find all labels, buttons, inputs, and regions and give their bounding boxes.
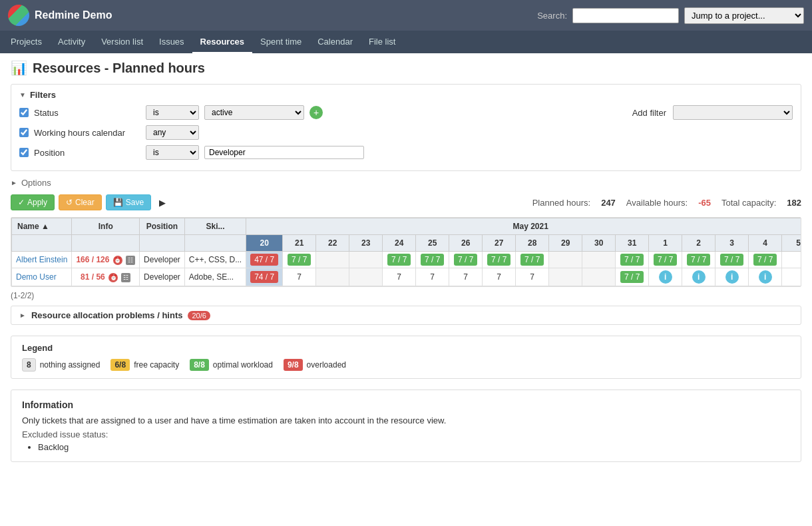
filter-status-operator[interactable]: is (146, 105, 199, 120)
th-day-31: 31 (616, 235, 649, 252)
legend-item-plain: 8 nothing assigned (22, 358, 100, 372)
stats-bar: Planned hours: 247 Available hours: -65 … (532, 198, 801, 208)
cell-28-demo: 7 (516, 268, 549, 286)
th-day-20: 20 (246, 235, 283, 252)
val-3-demo: i (725, 270, 739, 284)
clock-icon-demo[interactable]: ⏰ (108, 273, 118, 282)
table-row: Albert Einstein 166 / 126 ⏰ ☷ Developer … (12, 252, 802, 268)
info-text: Only tickets that are assigned to a user… (22, 415, 790, 425)
apply-icon: ✓ (18, 198, 25, 207)
cell-24-einstein: 7 / 7 (383, 252, 416, 268)
cell-3-einstein: 7 / 7 (715, 252, 749, 268)
filter-position-checkbox[interactable] (19, 148, 29, 157)
cell-21-demo: 7 (283, 268, 316, 286)
legend-badge-yellow: 6/8 (110, 359, 130, 371)
cell-pos-einstein: Developer (140, 252, 185, 268)
page-title: Resources - Planned hours (33, 61, 205, 76)
filters-toggle[interactable]: ▼ Filters (19, 90, 793, 100)
th-day-27: 27 (483, 235, 516, 252)
filter-status-value[interactable]: active (204, 105, 304, 120)
val-31-demo: 7 / 7 (620, 271, 644, 283)
legend-title: Legend (22, 343, 790, 353)
logo: Redmine Demo (8, 5, 112, 26)
available-label: Available hours: (626, 198, 688, 208)
nav-version-list[interactable]: Version list (93, 31, 151, 53)
filter-position-operator[interactable]: is (146, 145, 199, 160)
nav-spent-time[interactable]: Spent time (252, 31, 309, 53)
nav-file-list[interactable]: File list (361, 31, 403, 53)
save-button[interactable]: 💾 Save (106, 194, 151, 210)
cell-25-einstein: 7 / 7 (416, 252, 449, 268)
filter-status-label: Status (34, 108, 140, 118)
cell-skills-einstein: C++, CSS, D... (184, 252, 246, 268)
page-title-row: 📊 Resources - Planned hours (11, 60, 801, 76)
val-24-einstein: 7 / 7 (387, 254, 411, 266)
apply-button[interactable]: ✓ Apply (11, 194, 55, 210)
legend-desc-yellow: free capacity (134, 360, 179, 370)
nav-resources[interactable]: Resources (192, 31, 252, 53)
search-label: Search: (537, 11, 567, 21)
th-name[interactable]: Name ▲ (12, 218, 72, 235)
val-20-einstein: 47 / 7 (250, 254, 278, 266)
cell-29-demo (549, 268, 582, 286)
th-info[interactable]: Info (72, 218, 140, 235)
cell-20-einstein: 47 / 7 (246, 252, 283, 268)
nav-calendar[interactable]: Calendar (309, 31, 361, 53)
filter-status-checkbox[interactable] (19, 108, 29, 117)
add-status-value-btn[interactable]: + (309, 106, 323, 119)
search-input[interactable] (572, 8, 679, 23)
options-label: Options (21, 178, 51, 188)
legend-item-green: 8/8 optimal workload (190, 359, 273, 371)
save-icon: 💾 (113, 198, 123, 207)
th-skills[interactable]: Ski... (184, 218, 246, 235)
legend-item-red: 9/8 overloaded (284, 359, 346, 371)
page-content: 📊 Resources - Planned hours ▼ Filters St… (0, 53, 812, 469)
nav-issues[interactable]: Issues (151, 31, 192, 53)
filter-position-value[interactable] (204, 146, 364, 159)
name-link-demo[interactable]: Demo User (16, 272, 57, 282)
val-3-einstein: 7 / 7 (720, 254, 743, 266)
cell-24-demo: 7 (383, 268, 416, 286)
grid-icon-demo[interactable]: ☷ (121, 273, 130, 282)
nav-projects[interactable]: Projects (3, 31, 50, 53)
options-section[interactable]: ► Options (11, 178, 801, 188)
problems-section[interactable]: ► Resource allocation problems / hints 2… (11, 306, 801, 325)
legend-badge-plain: 8 (22, 358, 36, 372)
grid-icon-einstein[interactable]: ☷ (126, 256, 135, 265)
cell-31-demo: 7 / 7 (616, 268, 649, 286)
filter-working-hours-operator[interactable]: any (146, 125, 199, 140)
filters-label: Filters (30, 90, 56, 100)
clear-button[interactable]: ↺ Clear (59, 194, 102, 210)
info-box: Information Only tickets that are assign… (11, 390, 801, 462)
val-25-einstein: 7 / 7 (421, 254, 444, 266)
table-row: Demo User 81 / 56 ⏰ ☷ Developer Adobe, S… (12, 268, 802, 286)
name-link-einstein[interactable]: Albert Einstein (16, 255, 67, 264)
cell-4-einstein: 7 / 7 (749, 252, 782, 268)
th-day-4: 4 (749, 235, 782, 252)
filters-section: ▼ Filters Status is active + Add filter (11, 84, 801, 171)
nav-activity[interactable]: Activity (50, 31, 93, 53)
val-20-demo: 74 / 7 (250, 271, 278, 283)
cell-26-einstein: 7 / 7 (449, 252, 483, 268)
app-title: Redmine Demo (35, 9, 112, 21)
cell-name-einstein: Albert Einstein (12, 252, 72, 268)
val-1-demo: i (659, 270, 672, 284)
filter-row-status: Status is active + Add filter (19, 105, 793, 120)
legend-badge-green: 8/8 (190, 359, 209, 371)
filter-working-hours-checkbox[interactable] (19, 128, 29, 137)
add-filter-select[interactable] (673, 105, 793, 120)
problems-label: Resource allocation problems / hints (31, 310, 183, 320)
cell-23-demo (349, 268, 383, 286)
th-position[interactable]: Position (140, 218, 185, 235)
clock-icon-einstein[interactable]: ⏰ (113, 256, 122, 265)
legend-desc-red: overloaded (307, 360, 346, 370)
val-26-einstein: 7 / 7 (454, 254, 477, 266)
planned-value: 247 (601, 198, 616, 208)
cell-28-einstein: 7 / 7 (516, 252, 549, 268)
th-day-23: 23 (349, 235, 383, 252)
cell-21-einstein: 7 / 7 (283, 252, 316, 268)
total-value: 182 (787, 198, 801, 208)
th-day-5: 5 (782, 235, 801, 252)
project-select[interactable]: Jump to a project... (684, 7, 804, 24)
th-day-3: 3 (715, 235, 749, 252)
